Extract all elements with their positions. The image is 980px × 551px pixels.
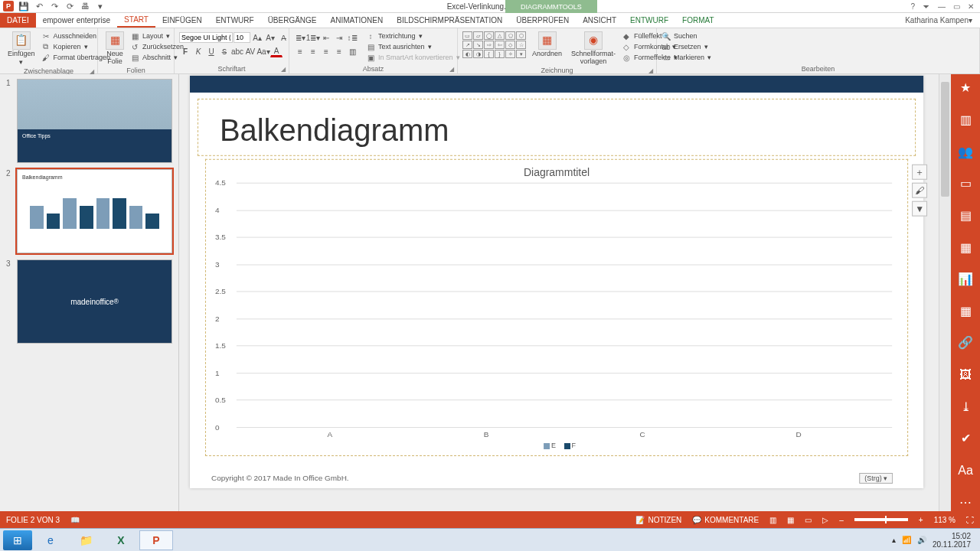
font-size-input[interactable] <box>234 32 250 43</box>
zoom-level[interactable]: 113 % <box>934 516 956 524</box>
link-icon[interactable]: 🔗 <box>956 334 975 352</box>
tab-file[interactable]: DATEI <box>0 13 36 28</box>
chart-legend[interactable]: E F <box>214 439 900 452</box>
taskbar-excel[interactable]: X <box>104 530 138 550</box>
slide-canvas[interactable]: Balkendiagramm Diagrammtitel 00.511.522.… <box>190 76 923 488</box>
present-icon[interactable]: ▭ <box>956 174 975 193</box>
tab-start[interactable]: START <box>117 13 155 28</box>
tab-view[interactable]: ANSICHT <box>576 13 623 28</box>
grow-font-icon[interactable]: A▴ <box>251 31 263 44</box>
library-icon[interactable]: ▥ <box>956 111 975 129</box>
table-icon[interactable]: ▦ <box>956 302 975 320</box>
save-icon[interactable]: 💾 <box>18 1 29 11</box>
text-direction-button[interactable]: ↕Textrichtung ▾ <box>366 31 460 41</box>
numbering-icon[interactable]: 1≣▾ <box>307 31 319 44</box>
slideshow-view-icon[interactable]: ▷ <box>822 516 828 524</box>
normal-view-icon[interactable]: ▥ <box>769 516 776 524</box>
sorter-view-icon[interactable]: ▦ <box>787 516 794 524</box>
align-right-icon[interactable]: ≡ <box>320 45 332 57</box>
chart-icon[interactable]: 📊 <box>956 270 975 289</box>
bullets-icon[interactable]: ≣▾ <box>294 31 306 44</box>
tab-review[interactable]: ÜBERPRÜFEN <box>509 13 576 28</box>
bold-icon[interactable]: F <box>179 45 191 57</box>
print-icon[interactable]: 🖶 <box>80 1 90 11</box>
underline-icon[interactable]: U <box>205 45 217 57</box>
people-icon[interactable]: 👥 <box>956 142 975 161</box>
tab-empower[interactable]: empower enterprise <box>36 13 117 28</box>
image-icon[interactable]: 🖼 <box>956 366 975 384</box>
tray-chevron-icon[interactable]: ▴ <box>892 536 896 544</box>
slides-icon[interactable]: ▤ <box>956 207 975 225</box>
master-icon[interactable]: ▦ <box>956 238 975 256</box>
chart-object[interactable]: Diagrammtitel 00.511.522.533.544.5 ABCD … <box>205 159 908 456</box>
maximize-icon[interactable]: ▭ <box>953 2 960 11</box>
tab-slideshow[interactable]: BILDSCHIRMPRÄSENTATION <box>390 13 509 28</box>
replace-button[interactable]: abErsetzen ▾ <box>662 42 711 51</box>
case-icon[interactable]: Aa▾ <box>257 45 270 57</box>
spacing-icon[interactable]: AV <box>244 45 256 57</box>
close-icon[interactable]: ✕ <box>968 2 974 11</box>
find-button[interactable]: 🔍Suchen <box>662 31 711 41</box>
arrange-button[interactable]: ▦Anordnen <box>529 31 565 58</box>
more-icon[interactable]: ⋯ <box>956 493 975 511</box>
tray-network-icon[interactable]: 📶 <box>902 536 911 544</box>
vertical-scrollbar[interactable] <box>939 74 951 511</box>
font-name-input[interactable] <box>179 32 233 43</box>
chart-title[interactable]: Diagrammtitel <box>214 166 900 178</box>
shapes-gallery[interactable]: ▭▱◯△⬠⬡ ↗↘⇨⇦◇☆ ◐◑{}✧▾ <box>462 31 526 58</box>
tab-transitions[interactable]: ÜBERGÄNGE <box>261 13 324 28</box>
zoom-slider[interactable] <box>854 518 908 521</box>
comments-button[interactable]: 💬 KOMMENTARE <box>692 516 759 524</box>
chart-filters-icon[interactable]: ▼ <box>912 201 927 217</box>
slide-thumbnail-2[interactable]: Balkendiagramm <box>17 169 172 253</box>
fit-to-window-icon[interactable]: ⛶ <box>966 516 974 524</box>
increase-indent-icon[interactable]: ⇥ <box>333 31 345 44</box>
line-spacing-icon[interactable]: ↕≣ <box>346 31 358 44</box>
font-color-icon[interactable]: A <box>270 45 283 57</box>
chart-elements-icon[interactable]: ＋ <box>912 165 927 180</box>
columns-icon[interactable]: ▥ <box>346 45 358 57</box>
tab-insert[interactable]: EINFÜGEN <box>155 13 209 28</box>
chart-styles-icon[interactable]: 🖌 <box>912 183 927 198</box>
chart-plot-area[interactable]: 00.511.522.533.544.5 <box>237 183 892 427</box>
user-name[interactable]: Katharina Kampen ▾ <box>897 13 980 28</box>
zoom-in-icon[interactable]: + <box>919 516 923 524</box>
slide-thumbnails-panel[interactable]: 1 Office Tipps 2 Balkendiagramm 3 madein… <box>0 74 179 511</box>
slide-thumbnail-3[interactable]: madeinoffice® <box>17 259 172 344</box>
ribbon-options-icon[interactable]: ⏷ <box>923 2 930 11</box>
text-icon[interactable]: Aa <box>956 461 975 480</box>
justify-icon[interactable]: ≡ <box>333 45 345 57</box>
export-icon[interactable]: ⤓ <box>956 397 975 416</box>
taskbar-explorer[interactable]: 📁 <box>69 530 103 550</box>
undo-icon[interactable]: ↶ <box>34 1 44 11</box>
smartart-button[interactable]: ▣In SmartArt konvertieren ▾ <box>366 53 460 62</box>
slide-editor[interactable]: Balkendiagramm Diagrammtitel 00.511.522.… <box>179 74 951 511</box>
slide-count[interactable]: FOLIE 2 VON 3 <box>6 516 60 524</box>
tab-chart-design[interactable]: ENTWURF <box>623 13 675 28</box>
clear-format-icon[interactable]: A̶ <box>277 31 289 44</box>
decrease-indent-icon[interactable]: ⇤ <box>320 31 332 44</box>
reading-view-icon[interactable]: ▭ <box>805 516 812 524</box>
shrink-font-icon[interactable]: A▾ <box>264 31 276 44</box>
qat-customize-icon[interactable]: ▾ <box>95 1 106 11</box>
tray-clock[interactable]: 15:0220.11.2017 <box>933 532 971 549</box>
minimize-icon[interactable]: — <box>938 2 946 11</box>
tab-design[interactable]: ENTWURF <box>209 13 261 28</box>
italic-icon[interactable]: K <box>192 45 204 57</box>
tab-chart-format[interactable]: FORMAT <box>675 13 720 28</box>
start-button[interactable]: ⊞ <box>3 530 32 550</box>
help-icon[interactable]: ? <box>910 2 915 11</box>
redo-icon[interactable]: ↷ <box>49 1 60 11</box>
tab-animations[interactable]: ANIMATIONEN <box>324 13 390 28</box>
tray-volume-icon[interactable]: 🔊 <box>917 536 926 544</box>
strike-icon[interactable]: S̶ <box>218 45 230 57</box>
paste-button[interactable]: 📋Einfügen▾ <box>5 31 38 67</box>
align-center-icon[interactable]: ≡ <box>307 45 319 57</box>
slide-thumbnail-1[interactable]: Office Tipps <box>17 79 172 163</box>
refresh-icon[interactable]: ⟳ <box>64 1 75 11</box>
select-button[interactable]: ▭Markieren ▾ <box>662 53 711 62</box>
system-tray[interactable]: ▴ 📶 🔊 15:0220.11.2017 <box>892 532 977 549</box>
favorite-icon[interactable]: ★ <box>956 79 975 97</box>
taskbar-powerpoint[interactable]: P <box>139 530 173 550</box>
align-left-icon[interactable]: ≡ <box>294 45 306 57</box>
